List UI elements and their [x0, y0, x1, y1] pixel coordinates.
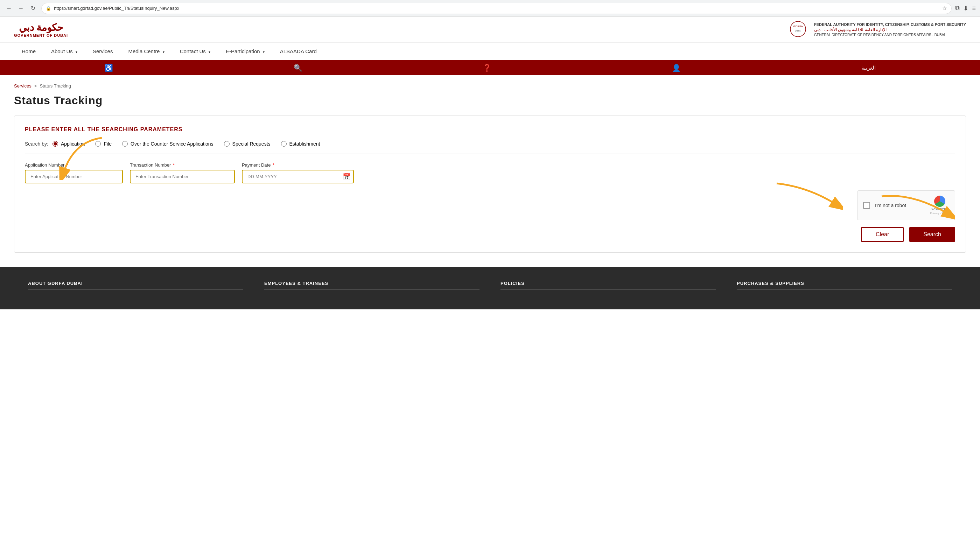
gov-arabic-text: حكومة دبي	[14, 22, 68, 33]
captcha-box: I'm not a robot reCAPTCHA Privacy - Term…	[857, 191, 955, 220]
logo-area: حكومة دبي GOVERNMENT OF DUBAI	[14, 22, 68, 37]
authority-line1: FEDERAL AUTHORITY FOR IDENTITY, CITIZENS…	[814, 22, 966, 27]
recaptcha-links: Privacy - Terms	[930, 212, 949, 215]
lock-icon: 🔒	[46, 6, 51, 11]
captcha-label: I'm not a robot	[875, 203, 925, 208]
svg-text:GDRFA: GDRFA	[793, 25, 803, 28]
breadcrumb: Services > Status Tracking	[14, 83, 966, 89]
application-number-field: Application Number *	[25, 162, 123, 183]
footer-col-employees-title: EMPLOYEES & TRAINEES	[264, 281, 479, 290]
calendar-icon[interactable]: 📅	[343, 173, 350, 181]
footer-col-policies-title: POLICIES	[501, 281, 716, 290]
footer: ABOUT GDRFA DUBAI EMPLOYEES & TRAINEES P…	[0, 267, 980, 310]
breadcrumb-current: Status Tracking	[40, 83, 71, 89]
recaptcha-terms[interactable]: Terms	[942, 212, 949, 215]
action-buttons: Clear Search	[25, 227, 955, 242]
radio-special-input[interactable]	[224, 141, 230, 147]
page-wrapper: حكومة دبي GOVERNMENT OF DUBAI GDRFA DUBA…	[0, 17, 980, 540]
radio-group: Application File Over the Counter Servic…	[52, 141, 320, 147]
refresh-button[interactable]: ↻	[28, 3, 38, 13]
authority-line3: GENERAL DIRECTORATE OF RESIDENCY AND FOR…	[814, 33, 966, 37]
nav-about[interactable]: About Us ▾	[43, 43, 85, 60]
radio-special-label: Special Requests	[232, 141, 270, 147]
secondary-navigation: ♿ 🔍 ❓ 👤 العربية	[0, 61, 980, 75]
main-navigation: Home About Us ▾ Services Media Centre ▾ …	[0, 43, 980, 61]
radio-establishment-input[interactable]	[281, 141, 286, 147]
search-form-container: PLEASE ENTER ALL THE SEARCHING PARAMETER…	[14, 116, 966, 253]
transaction-number-label: Transaction Number *	[130, 162, 235, 168]
radio-counter[interactable]: Over the Counter Service Applications	[122, 141, 213, 147]
radio-counter-input[interactable]	[122, 141, 128, 147]
media-dropdown-arrow: ▾	[163, 50, 164, 54]
browser-nav-group: ← → ↻	[4, 3, 38, 13]
top-header: حكومة دبي GOVERNMENT OF DUBAI GDRFA DUBA…	[0, 17, 980, 43]
search-by-row: Search by: Application File Over the Cou…	[25, 141, 955, 147]
menu-icon[interactable]: ≡	[972, 5, 976, 12]
captcha-checkbox[interactable]	[863, 202, 870, 209]
radio-application-label: Application	[61, 141, 85, 147]
payment-date-required: *	[273, 162, 274, 168]
application-number-input[interactable]	[25, 170, 123, 183]
recaptcha-privacy[interactable]: Privacy	[930, 212, 939, 215]
url-input[interactable]	[54, 6, 939, 11]
search-by-label: Search by:	[25, 141, 48, 147]
nav-eparticipation[interactable]: E-Participation ▾	[218, 43, 272, 60]
radio-establishment-label: Establishment	[290, 141, 320, 147]
captcha-area: I'm not a robot reCAPTCHA Privacy - Term…	[25, 191, 955, 220]
fields-row: Application Number * Transaction Number …	[25, 162, 955, 183]
payment-date-input[interactable]	[242, 170, 354, 183]
radio-counter-label: Over the Counter Service Applications	[130, 141, 213, 147]
accessibility-icon[interactable]: ♿	[104, 64, 113, 72]
footer-col-purchases-title: PURCHASES & SUPPLIERS	[737, 281, 952, 290]
recaptcha-logo: reCAPTCHA Privacy - Terms	[930, 195, 949, 215]
back-button[interactable]: ←	[4, 3, 14, 13]
footer-column-employees: EMPLOYEES & TRAINEES	[264, 281, 479, 295]
authority-line2-arabic: الإدارة العامة للإقامة وشؤون الأجانب - د…	[814, 27, 966, 32]
eparticipation-dropdown-arrow: ▾	[263, 50, 265, 54]
radio-file-input[interactable]	[95, 141, 101, 147]
radio-special[interactable]: Special Requests	[224, 141, 270, 147]
nav-media[interactable]: Media Centre ▾	[120, 43, 172, 60]
extensions-icon[interactable]: ⧉	[955, 5, 960, 12]
form-divider	[25, 154, 955, 154]
breadcrumb-services-link[interactable]: Services	[14, 83, 32, 89]
authority-logo-icon: GDRFA DUBAI	[788, 20, 808, 38]
bookmark-icon[interactable]: ☆	[942, 5, 947, 11]
radio-file[interactable]: File	[95, 141, 111, 147]
footer-column-purchases: PURCHASES & SUPPLIERS	[737, 281, 952, 295]
search-button[interactable]: Search	[909, 227, 955, 242]
action-section: Clear Search	[25, 227, 955, 242]
nav-home[interactable]: Home	[14, 43, 43, 60]
clear-button[interactable]: Clear	[861, 227, 904, 242]
help-icon[interactable]: ❓	[483, 64, 492, 72]
nav-contact[interactable]: Contact Us ▾	[172, 43, 218, 60]
captcha-section: I'm not a robot reCAPTCHA Privacy - Term…	[25, 191, 955, 220]
user-icon[interactable]: 👤	[672, 64, 681, 72]
radio-application-input[interactable]	[52, 141, 58, 147]
date-input-wrapper: 📅	[242, 170, 354, 183]
transaction-number-required: *	[173, 162, 175, 168]
application-number-label: Application Number *	[25, 162, 123, 168]
nav-services[interactable]: Services	[85, 43, 121, 60]
gov-english-text: GOVERNMENT OF DUBAI	[14, 33, 68, 37]
forward-button[interactable]: →	[16, 3, 26, 13]
nav-alsaada[interactable]: ALSAADA Card	[272, 43, 325, 60]
transaction-number-input[interactable]	[130, 170, 235, 183]
svg-point-0	[790, 21, 806, 37]
footer-columns: ABOUT GDRFA DUBAI EMPLOYEES & TRAINEES P…	[28, 281, 952, 295]
content-area: Services > Status Tracking Status Tracki…	[0, 75, 980, 267]
form-heading: PLEASE ENTER ALL THE SEARCHING PARAMETER…	[25, 126, 955, 133]
footer-column-policies: POLICIES	[501, 281, 716, 295]
breadcrumb-separator: >	[34, 83, 37, 89]
radio-establishment[interactable]: Establishment	[281, 141, 320, 147]
search-icon[interactable]: 🔍	[294, 64, 302, 72]
radio-application[interactable]: Application	[52, 141, 85, 147]
contact-dropdown-arrow: ▾	[208, 50, 210, 54]
radio-file-label: File	[103, 141, 111, 147]
government-logo: حكومة دبي GOVERNMENT OF DUBAI	[14, 22, 68, 37]
transaction-number-field: Transaction Number *	[130, 162, 235, 183]
arabic-language-button[interactable]: العربية	[861, 65, 876, 71]
recaptcha-icon	[934, 195, 945, 207]
downloads-icon[interactable]: ⬇	[963, 5, 969, 12]
address-bar[interactable]: 🔒 ☆	[41, 3, 951, 14]
